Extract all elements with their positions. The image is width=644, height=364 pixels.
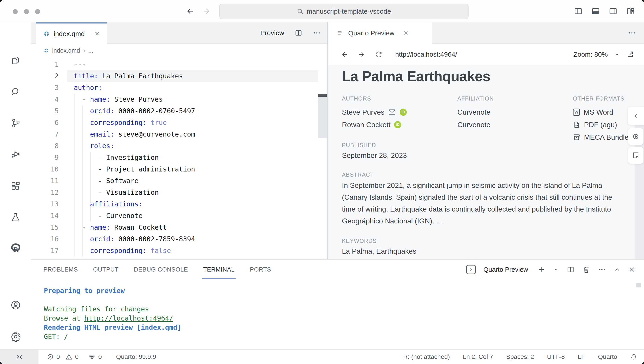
testing-beaker-icon[interactable]: [10, 212, 21, 222]
close-panel-icon[interactable]: [628, 266, 636, 273]
toggle-secondary-sidebar-icon[interactable]: [609, 7, 618, 16]
code-line[interactable]: 3 author:: [31, 82, 327, 94]
close-window-icon[interactable]: [13, 9, 18, 14]
breadcrumb-more[interactable]: ...: [88, 47, 94, 54]
terminal-line: Rendering HTML preview [index.qmd]: [44, 323, 181, 332]
panel-tab[interactable]: PORTS: [250, 266, 271, 273]
code-line[interactable]: 1 ---: [31, 59, 327, 70]
code-line[interactable]: 4 - name: Steve Purves: [31, 94, 327, 105]
format-label[interactable]: PDF (agu): [584, 121, 617, 129]
accounts-icon[interactable]: [10, 300, 21, 310]
source-control-icon[interactable]: [10, 118, 21, 128]
code-line[interactable]: 8 roles:: [31, 140, 327, 152]
close-tab-icon[interactable]: ✕: [404, 30, 408, 37]
kill-terminal-icon[interactable]: [582, 265, 590, 273]
email-icon[interactable]: [388, 109, 396, 116]
zoom-level[interactable]: Zoom: 80%: [574, 51, 608, 58]
notes-button[interactable]: [628, 147, 644, 164]
format-row[interactable]: MECA Bundle: [573, 131, 628, 144]
tab-quarto-preview[interactable]: Quarto Preview ✕: [328, 22, 432, 44]
quarto-version[interactable]: Quarto: 99.9.9: [116, 353, 156, 360]
code-line[interactable]: 16 orcid: 0000-0002-7859-8394: [31, 233, 327, 245]
code-line[interactable]: 9 - Investigation: [31, 152, 327, 163]
code-line[interactable]: 13 affiliations:: [31, 198, 327, 210]
close-tab-icon[interactable]: ✕: [94, 30, 100, 37]
code-line[interactable]: 6 corresponding: true: [31, 117, 327, 129]
preview-button[interactable]: Preview: [260, 29, 284, 37]
preview-forward-icon[interactable]: [358, 50, 366, 59]
notifications-bell-icon[interactable]: [630, 353, 637, 360]
panel-scrollbar[interactable]: [636, 283, 641, 287]
extensions-icon[interactable]: [10, 181, 21, 191]
panel-more-icon[interactable]: [598, 265, 606, 273]
code-line[interactable]: 15 - name: Rowan Cockett: [31, 222, 327, 233]
minimize-window-icon[interactable]: [24, 9, 29, 14]
status-item[interactable]: Spaces: 2: [506, 353, 534, 360]
customize-layout-icon[interactable]: [626, 7, 635, 16]
more-actions-icon[interactable]: [313, 29, 321, 37]
status-item[interactable]: R: (not attached): [403, 353, 450, 360]
code-line[interactable]: 10 - Project administration: [31, 163, 327, 175]
format-label[interactable]: MS Word: [584, 108, 613, 116]
terminal-output[interactable]: Preparing to preview Watching files for …: [44, 286, 181, 341]
collapse-panel-button[interactable]: [628, 107, 644, 125]
run-debug-icon[interactable]: [10, 149, 21, 159]
code-line[interactable]: 7 email: steve@curvenote.com: [31, 129, 327, 140]
status-item[interactable]: UTF-8: [547, 353, 564, 360]
tab-index-qmd[interactable]: index.qmd ✕: [36, 22, 108, 44]
reader-view-button[interactable]: [628, 128, 644, 145]
breadcrumb[interactable]: index.qmd › ...: [31, 44, 93, 57]
line-number: 15: [31, 222, 59, 233]
maximize-panel-icon[interactable]: [614, 266, 621, 273]
settings-gear-icon[interactable]: [10, 331, 21, 342]
breadcrumb-file[interactable]: index.qmd: [52, 47, 80, 54]
remote-indicator[interactable]: [0, 350, 38, 364]
panel-tab[interactable]: DEBUG CONSOLE: [134, 266, 188, 273]
toggle-panel-icon[interactable]: [591, 7, 600, 16]
ports-status[interactable]: 0: [88, 353, 102, 360]
history-back-icon[interactable]: [186, 7, 195, 16]
code-line[interactable]: 2 title: La Palma Earthquakes: [31, 70, 327, 82]
panel-tab[interactable]: TERMINAL: [203, 266, 235, 273]
editor-scrollbar[interactable]: [318, 97, 327, 138]
orcid-icon[interactable]: iD: [400, 109, 407, 116]
preview-back-icon[interactable]: [340, 50, 349, 59]
refresh-icon[interactable]: [374, 50, 383, 59]
code-line[interactable]: 14 - Curvenote: [31, 210, 327, 222]
code-editor[interactable]: 1 --- 2 title: La Palma Earthquakes 3 au…: [31, 57, 327, 259]
zoom-window-icon[interactable]: [35, 9, 40, 14]
format-row[interactable]: PDF (agu): [573, 118, 628, 131]
format-label[interactable]: MECA Bundle: [584, 133, 628, 142]
code-line[interactable]: 11 - Software: [31, 175, 327, 187]
split-editor-icon[interactable]: [294, 29, 302, 37]
problems-status[interactable]: 0 0: [47, 353, 78, 360]
orcid-icon[interactable]: iD: [394, 121, 401, 128]
format-row[interactable]: W MS Word: [573, 106, 628, 118]
explorer-icon[interactable]: [10, 55, 21, 66]
history-forward-icon[interactable]: [202, 7, 211, 16]
toggle-primary-sidebar-icon[interactable]: [574, 7, 583, 16]
code-line[interactable]: 17 corresponding: false: [31, 245, 327, 256]
chevron-down-icon[interactable]: [614, 52, 620, 57]
status-item[interactable]: Quarto: [598, 353, 617, 360]
code-line[interactable]: 12 - Visualization: [31, 187, 327, 198]
preview-url[interactable]: http://localhost:4964/: [395, 51, 457, 58]
code-line[interactable]: 5 orcid: 0000-0002-0760-5497: [31, 105, 327, 117]
r-language-icon[interactable]: R: [10, 243, 21, 253]
panel-tab[interactable]: OUTPUT: [93, 266, 118, 273]
panel-tab[interactable]: PROBLEMS: [44, 266, 78, 273]
line-number: 4: [31, 94, 59, 105]
status-right-items: R: (not attached)Ln 2, Col 7Spaces: 2UTF…: [403, 353, 617, 360]
more-actions-icon[interactable]: [628, 29, 636, 37]
search-sidebar-icon[interactable]: [10, 87, 21, 97]
terminal-session-label[interactable]: Quarto Preview: [483, 266, 528, 273]
new-terminal-icon[interactable]: [537, 265, 546, 274]
line-number: 9: [31, 152, 59, 163]
split-terminal-icon[interactable]: [566, 265, 575, 273]
status-item[interactable]: LF: [578, 353, 585, 360]
open-external-icon[interactable]: [626, 50, 634, 59]
status-item[interactable]: Ln 2, Col 7: [463, 353, 493, 360]
command-center-search[interactable]: manuscript-template-vscode: [219, 4, 468, 19]
terminal-dropdown-icon[interactable]: [553, 267, 559, 272]
preview-scrollbar[interactable]: [634, 125, 644, 259]
